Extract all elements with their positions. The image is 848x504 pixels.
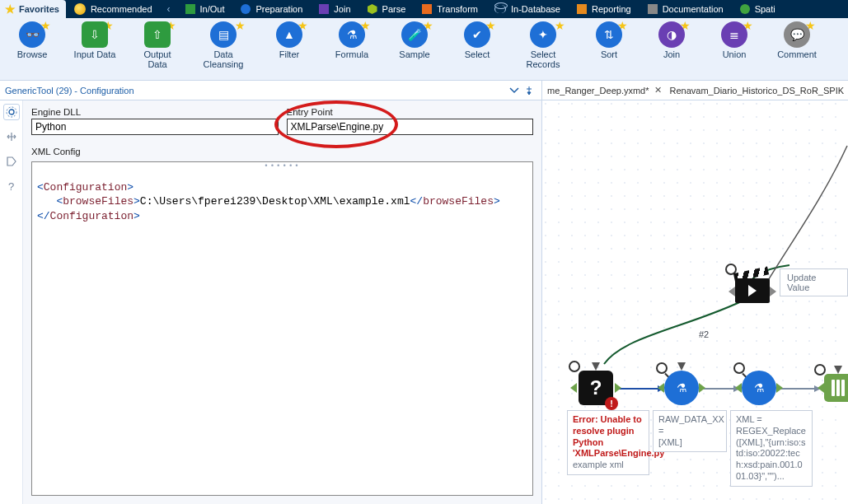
- entry-point-input[interactable]: [287, 119, 534, 135]
- collapse-button[interactable]: [507, 83, 522, 98]
- tab-label: Documentation: [663, 4, 724, 14]
- tool-union[interactable]: ★≣Union: [710, 21, 758, 59]
- output-icon: ⇧: [152, 28, 162, 41]
- gear-icon: [6, 106, 17, 118]
- star-icon: ★: [5, 3, 16, 15]
- report-icon: [577, 4, 587, 14]
- pin-button[interactable]: [522, 83, 536, 98]
- pin-icon: [524, 86, 534, 96]
- tool-label: Select Records: [516, 49, 570, 69]
- magnifier-icon: [569, 361, 580, 372]
- select-icon: ✔: [472, 28, 482, 41]
- configuration-pane: GenericTool (29) - Configuration ? Engin…: [0, 81, 542, 504]
- tool-ribbon: ★👓Browse ★⇩Input Data ★⇧Output Data ★▤Da…: [0, 18, 848, 81]
- select-records-icon: ✦: [538, 28, 548, 41]
- hexagon-icon: [368, 4, 377, 14]
- tab-reporting[interactable]: Reporting: [569, 0, 640, 18]
- tag-icon: [6, 156, 17, 167]
- tab-inout[interactable]: In/Out: [177, 0, 233, 18]
- formula-node-1[interactable]: ⚗: [664, 371, 699, 405]
- tab-documentation[interactable]: Documentation: [640, 0, 732, 18]
- database-icon: [494, 5, 506, 13]
- resize-grip-icon[interactable]: ••••••: [264, 161, 300, 171]
- tab-scroll-left[interactable]: ‹: [161, 0, 177, 18]
- xml-config-editor[interactable]: ••••••<Configuration> <browseFiles>C:\Us…: [31, 161, 533, 496]
- unknown-tool-node[interactable]: ? !: [579, 371, 613, 405]
- tool-filter[interactable]: ★▲Filter: [265, 21, 313, 59]
- document-tab-2[interactable]: Renavam_Diario_Historico_DS_RoR_SPIK: [670, 86, 845, 96]
- tool-label: Join: [663, 49, 680, 59]
- tool-browse[interactable]: ★👓Browse: [8, 21, 56, 59]
- tool-label: Sample: [399, 49, 429, 59]
- engine-dll-input[interactable]: [31, 119, 279, 135]
- svg-point-1: [7, 107, 16, 117]
- tool-formula[interactable]: ★⚗Formula: [328, 21, 376, 59]
- magnifier-icon: [733, 362, 745, 374]
- tool-label: Union: [723, 49, 747, 59]
- tool-select-records[interactable]: ★✦Select Records: [516, 21, 570, 69]
- error-node-caption: Error: Unable to resolve plugin Python '…: [567, 410, 649, 475]
- macro-action-node[interactable]: [735, 273, 770, 306]
- tool-input-data[interactable]: ★⇩Input Data: [71, 21, 119, 59]
- tab-indatabase[interactable]: In-Database: [486, 0, 569, 18]
- engine-dll-label: Engine DLL: [31, 107, 279, 117]
- tool-data-cleansing[interactable]: ★▤Data Cleansing: [196, 21, 251, 69]
- tab-label: Recommended: [91, 4, 152, 14]
- tool-join[interactable]: ★◑Join: [648, 21, 696, 59]
- config-tab-help[interactable]: ?: [3, 178, 20, 194]
- error-badge-icon: !: [605, 397, 618, 410]
- entry-point-label: Entry Point: [287, 107, 534, 117]
- formula-icon: ⚗: [347, 28, 358, 41]
- tool-label: Comment: [777, 49, 817, 59]
- tab-label: Preparation: [255, 4, 302, 14]
- tab-preparation[interactable]: Preparation: [232, 0, 311, 18]
- document-tab-1[interactable]: me_Ranger_Deep.yxmd* ✕: [547, 85, 662, 96]
- tab-transform[interactable]: Transform: [414, 0, 486, 18]
- tool-label: Select: [465, 49, 490, 59]
- config-tab-nav[interactable]: [3, 128, 20, 145]
- input-icon: ⇩: [90, 28, 100, 41]
- cleansing-icon: ▤: [218, 28, 229, 41]
- star-icon: ★: [235, 19, 246, 32]
- document-icon: [648, 4, 658, 14]
- configuration-header: GenericTool (29) - Configuration: [0, 81, 541, 100]
- tool-label: Input Data: [74, 49, 116, 59]
- example-caption: example xml: [573, 460, 624, 469]
- tab-label: Join: [334, 4, 350, 14]
- config-form: Engine DLL Entry Point XML Config ••••••…: [23, 100, 541, 504]
- tool-label: Output Data: [134, 49, 181, 69]
- xml-config-label: XML Config: [31, 147, 533, 156]
- tab-parse[interactable]: Parse: [359, 0, 415, 18]
- svg-point-0: [9, 110, 14, 114]
- union-icon: ≣: [729, 28, 739, 41]
- tab-spatial[interactable]: Spati: [732, 0, 784, 18]
- formula-node-2[interactable]: ⚗: [742, 371, 776, 405]
- config-tab-properties[interactable]: [3, 104, 20, 120]
- config-sidebar: ?: [0, 100, 23, 504]
- join-icon: ◑: [667, 28, 677, 41]
- magnifier-icon: [814, 364, 826, 376]
- xml-text-content: C:\Users\fperei239\Desktop\XML\example.x…: [140, 195, 410, 208]
- tool-comment[interactable]: ★💬Comment: [773, 21, 821, 59]
- tab-recommended[interactable]: Recommended: [66, 0, 161, 18]
- tool-sort[interactable]: ★⇅Sort: [585, 21, 633, 59]
- tool-label: Filter: [279, 49, 299, 59]
- tab-label: Spati: [755, 4, 775, 14]
- tab-join[interactable]: Join: [311, 0, 358, 18]
- tab-label: In-Database: [511, 4, 560, 14]
- document-tab-label: Renavam_Diario_Historico_DS_RoR_SPIK: [670, 86, 845, 96]
- tab-label: In/Out: [200, 4, 225, 14]
- config-tab-annotation[interactable]: [3, 153, 20, 170]
- arrows-icon: [6, 131, 17, 142]
- globe-icon: [740, 4, 750, 14]
- circle-icon: [241, 4, 251, 14]
- workflow-pane: me_Ranger_Deep.yxmd* ✕ Renavam_Diario_Hi…: [542, 81, 848, 504]
- tool-select[interactable]: ★✔Select: [453, 21, 501, 59]
- tool-output-data[interactable]: ★⇧Output Data: [134, 21, 181, 69]
- output-node[interactable]: [824, 374, 848, 402]
- tool-sample[interactable]: ★🧪Sample: [391, 21, 438, 59]
- close-icon[interactable]: ✕: [654, 85, 662, 96]
- workflow-canvas[interactable]: #2 Update Value ? !: [542, 100, 848, 504]
- tab-favorites[interactable]: ★ Favorites: [0, 0, 66, 18]
- tab-favorites-label: Favorites: [19, 4, 59, 14]
